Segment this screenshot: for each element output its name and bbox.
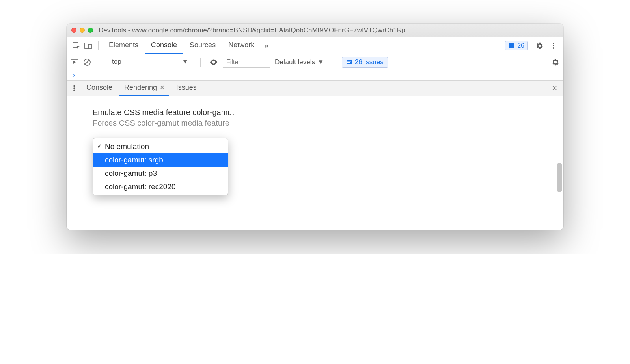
drawer-tab-rendering[interactable]: Rendering × bbox=[119, 81, 169, 96]
svg-point-17 bbox=[73, 90, 75, 91]
drawer-kebab-icon[interactable] bbox=[71, 85, 79, 92]
svg-line-11 bbox=[85, 60, 89, 65]
chevron-down-icon: ▼ bbox=[317, 58, 324, 66]
issues-pill-label: 26 Issues bbox=[355, 58, 384, 66]
divider bbox=[333, 58, 333, 67]
drawer-close-icon[interactable]: × bbox=[550, 83, 559, 93]
minimize-window-button[interactable] bbox=[80, 28, 85, 33]
svg-point-16 bbox=[73, 87, 75, 89]
divider bbox=[397, 58, 397, 67]
svg-rect-3 bbox=[509, 43, 514, 48]
svg-point-8 bbox=[553, 47, 554, 49]
rendering-panel: Emulate CSS media feature color-gamut Fo… bbox=[67, 96, 563, 230]
svg-rect-4 bbox=[510, 45, 514, 45]
divider bbox=[98, 41, 99, 50]
divider bbox=[100, 58, 100, 67]
svg-rect-12 bbox=[347, 60, 352, 64]
titlebar: DevTools - www.google.com/chrome/?brand=… bbox=[67, 24, 563, 37]
scrollbar-thumb[interactable] bbox=[557, 163, 562, 192]
devtools-window: DevTools - www.google.com/chrome/?brand=… bbox=[67, 24, 563, 230]
divider bbox=[200, 58, 201, 67]
issues-badge[interactable]: 26 bbox=[505, 41, 528, 50]
section-title: Emulate CSS media feature color-gamut bbox=[93, 108, 537, 117]
issues-count: 26 bbox=[517, 42, 524, 49]
drawer-tab-console[interactable]: Console bbox=[82, 81, 117, 96]
tab-sources[interactable]: Sources bbox=[183, 37, 222, 54]
chevron-down-icon: ▼ bbox=[182, 58, 188, 66]
more-tabs-icon[interactable]: » bbox=[261, 40, 272, 52]
console-toolbar: top ▼ Default levels ▼ 26 Issues bbox=[67, 54, 563, 70]
svg-point-15 bbox=[73, 85, 75, 87]
live-expression-eye-icon[interactable] bbox=[209, 58, 218, 67]
main-toolbar: Elements Console Sources Network » 26 bbox=[67, 37, 563, 54]
context-selector[interactable]: top ▼ bbox=[109, 57, 192, 67]
svg-point-7 bbox=[553, 45, 554, 46]
svg-point-6 bbox=[553, 43, 554, 44]
issues-pill[interactable]: 26 Issues bbox=[342, 57, 388, 68]
color-gamut-dropdown: No emulation color-gamut: srgb color-gam… bbox=[93, 138, 228, 195]
svg-rect-13 bbox=[347, 61, 351, 62]
drawer-tabstrip: Console Rendering × Issues × bbox=[67, 80, 563, 96]
tab-console[interactable]: Console bbox=[145, 37, 183, 54]
sidebar-toggle-icon[interactable] bbox=[71, 58, 78, 66]
kebab-menu-icon[interactable] bbox=[548, 40, 559, 52]
clear-console-icon[interactable] bbox=[83, 58, 91, 66]
window-controls bbox=[71, 28, 93, 33]
console-settings-gear-icon[interactable] bbox=[551, 58, 559, 67]
svg-rect-14 bbox=[347, 62, 350, 63]
log-levels-selector[interactable]: Default levels ▼ bbox=[275, 58, 324, 66]
levels-label: Default levels bbox=[275, 58, 315, 66]
tab-network[interactable]: Network bbox=[222, 37, 261, 54]
svg-rect-5 bbox=[510, 46, 513, 46]
option-no-emulation[interactable]: No emulation bbox=[93, 140, 228, 153]
close-tab-icon[interactable]: × bbox=[160, 84, 164, 92]
option-srgb[interactable]: color-gamut: srgb bbox=[93, 153, 228, 167]
zoom-window-button[interactable] bbox=[88, 28, 93, 33]
option-rec2020[interactable]: color-gamut: rec2020 bbox=[93, 180, 228, 193]
option-p3[interactable]: color-gamut: p3 bbox=[93, 167, 228, 180]
drawer-tab-issues[interactable]: Issues bbox=[171, 81, 201, 96]
settings-gear-icon[interactable] bbox=[533, 40, 545, 52]
section-subtitle: Forces CSS color-gamut media feature bbox=[93, 119, 537, 128]
context-value: top bbox=[112, 58, 121, 66]
window-title: DevTools - www.google.com/chrome/?brand=… bbox=[99, 26, 411, 34]
drawer-tab-rendering-label: Rendering bbox=[124, 84, 157, 92]
filter-input[interactable] bbox=[223, 57, 270, 68]
tab-elements[interactable]: Elements bbox=[103, 37, 145, 54]
inspect-element-icon[interactable] bbox=[71, 40, 82, 52]
svg-rect-2 bbox=[88, 44, 91, 49]
console-prompt[interactable]: › bbox=[67, 70, 563, 80]
close-window-button[interactable] bbox=[71, 28, 76, 33]
device-toolbar-icon[interactable] bbox=[82, 40, 94, 52]
